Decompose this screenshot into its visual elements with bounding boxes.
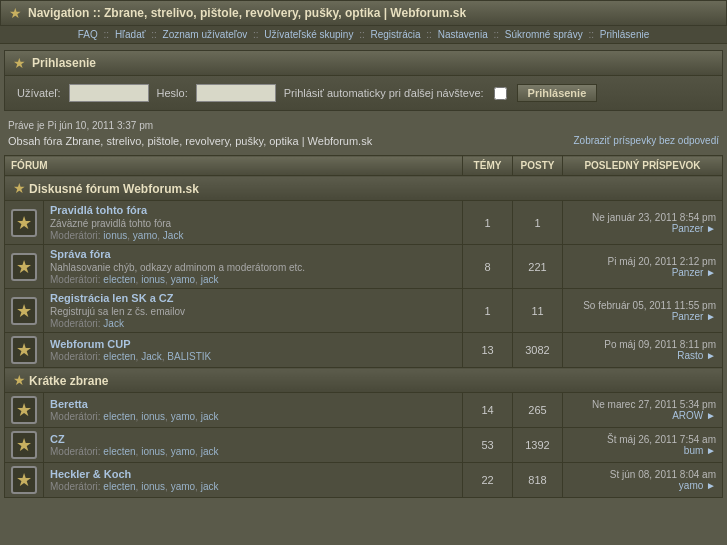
- mod-link[interactable]: electen: [103, 481, 135, 492]
- mod-link[interactable]: ionus: [141, 481, 165, 492]
- last-post-user-link[interactable]: bum: [684, 445, 703, 456]
- forum-posts-count: 1392: [513, 428, 563, 463]
- last-post-arrow-icon: ►: [706, 410, 716, 421]
- forum-name: Pravidlá tohto fóra: [50, 204, 456, 216]
- last-post-user-link[interactable]: Rasto: [677, 350, 703, 361]
- forum-desc: Registrujú sa len z čs. emailov: [50, 306, 456, 317]
- mod-link[interactable]: electen: [103, 351, 135, 362]
- forum-desc-text: Obsah fóra Zbrane, strelivo, pištole, re…: [8, 135, 372, 147]
- login-title: Prihlasenie: [32, 56, 96, 70]
- mod-link[interactable]: yamo: [171, 446, 195, 457]
- forum-link[interactable]: Správa fóra: [50, 248, 111, 260]
- table-row: ★ Správa fóra Nahlasovanie chýb, odkazy …: [5, 245, 723, 289]
- mod-link[interactable]: jack: [201, 411, 219, 422]
- forum-topics-count: 14: [463, 393, 513, 428]
- no-reply-anchor[interactable]: Zobraziť príspevky bez odpovedí: [574, 135, 720, 146]
- last-post-user-link[interactable]: yamo: [679, 480, 703, 491]
- forum-mods: Moderátori: electen, ionus, yamo, jack: [50, 274, 456, 285]
- forum-last-post: St jún 08, 2011 8:04 am yamo ►: [563, 463, 723, 498]
- forum-mods: Moderátori: electen, ionus, yamo, jack: [50, 411, 456, 422]
- mod-link[interactable]: yamo: [171, 411, 195, 422]
- forum-link[interactable]: CZ: [50, 433, 65, 445]
- mod-link[interactable]: Jack: [141, 351, 162, 362]
- table-row: ★ Pravidlá tohto fóra Záväzné pravidlá t…: [5, 201, 723, 245]
- mod-link[interactable]: electen: [103, 446, 135, 457]
- forum-posts-count: 265: [513, 393, 563, 428]
- table-row: ★ Webforum CUP Moderátori: electen, Jack…: [5, 333, 723, 368]
- forum-star-icon: ★: [11, 336, 37, 364]
- forum-star-icon: ★: [11, 253, 37, 281]
- login-form: Užívateľ: Heslo: Prihlásiť automaticky p…: [5, 76, 722, 110]
- forum-topics-count: 8: [463, 245, 513, 289]
- last-post-arrow-icon: ►: [706, 480, 716, 491]
- forum-mods: Moderátori: Jack: [50, 318, 456, 329]
- username-input[interactable]: [69, 84, 149, 102]
- col-forum: Fórum: [5, 156, 463, 176]
- mod-link[interactable]: jack: [201, 446, 219, 457]
- search-link[interactable]: Hľadať: [115, 29, 146, 40]
- last-post-user-link[interactable]: AROW: [672, 410, 703, 421]
- forum-posts-count: 3082: [513, 333, 563, 368]
- password-label: Heslo:: [157, 87, 188, 99]
- login-button[interactable]: Prihlásenie: [517, 84, 598, 102]
- last-post-arrow-icon: ►: [706, 223, 716, 234]
- table-row: ★ Registrácia len SK a CZ Registrujú sa …: [5, 289, 723, 333]
- forum-link[interactable]: Heckler & Koch: [50, 468, 131, 480]
- forum-link[interactable]: Webforum CUP: [50, 338, 130, 350]
- last-post-user-link[interactable]: Panzer: [672, 267, 704, 278]
- forum-posts-count: 818: [513, 463, 563, 498]
- mod-link[interactable]: yamo: [171, 274, 195, 285]
- links-bar: FAQ :: Hľadať :: Zoznam užívateľov :: Už…: [0, 26, 727, 44]
- userlist-link[interactable]: Zoznam užívateľov: [163, 29, 248, 40]
- forum-link[interactable]: Pravidlá tohto fóra: [50, 204, 147, 216]
- password-input[interactable]: [196, 84, 276, 102]
- forum-icon-cell: ★: [5, 393, 44, 428]
- mod-link[interactable]: jack: [201, 274, 219, 285]
- mod-link[interactable]: Jack: [103, 318, 124, 329]
- nav-star-icon: ★: [9, 5, 22, 21]
- forum-icon-cell: ★: [5, 463, 44, 498]
- forum-mods: Moderátori: ionus, yamo, Jack: [50, 230, 456, 241]
- forum-name: Správa fóra: [50, 248, 456, 260]
- cat-star-icon: ★: [13, 180, 26, 196]
- groups-link[interactable]: Užívateľské skupiny: [264, 29, 353, 40]
- username-label: Užívateľ:: [17, 87, 61, 99]
- mod-link[interactable]: yamo: [133, 230, 157, 241]
- category-row: ★ Diskusné fórum Webforum.sk: [5, 176, 723, 201]
- forum-desc-bar: Zobraziť príspevky bez odpovedí Obsah fó…: [0, 134, 727, 151]
- forum-icon-cell: ★: [5, 333, 44, 368]
- forum-icon-cell: ★: [5, 201, 44, 245]
- mod-link[interactable]: Jack: [163, 230, 184, 241]
- forum-link[interactable]: Registrácia len SK a CZ: [50, 292, 174, 304]
- mod-link[interactable]: ionus: [141, 446, 165, 457]
- forum-last-post: Št máj 26, 2011 7:54 am bum ►: [563, 428, 723, 463]
- mod-link[interactable]: ionus: [141, 411, 165, 422]
- auto-login-checkbox[interactable]: [494, 87, 507, 100]
- register-link[interactable]: Registrácia: [371, 29, 421, 40]
- forum-topics-count: 1: [463, 201, 513, 245]
- mod-link[interactable]: ionus: [141, 274, 165, 285]
- mod-link[interactable]: ionus: [103, 230, 127, 241]
- login-link[interactable]: Prihlásenie: [600, 29, 649, 40]
- faq-link[interactable]: FAQ: [78, 29, 98, 40]
- mod-link[interactable]: jack: [201, 481, 219, 492]
- mod-link[interactable]: yamo: [171, 481, 195, 492]
- mod-link[interactable]: electen: [103, 274, 135, 285]
- mod-link[interactable]: electen: [103, 411, 135, 422]
- forum-info-cell: Správa fóra Nahlasovanie chýb, odkazy ad…: [44, 245, 463, 289]
- forum-star-icon: ★: [11, 431, 37, 459]
- pm-link[interactable]: Súkromné správy: [505, 29, 583, 40]
- forum-info-cell: Beretta Moderátori: electen, ionus, yamo…: [44, 393, 463, 428]
- forum-link[interactable]: Beretta: [50, 398, 88, 410]
- forum-posts-count: 1: [513, 201, 563, 245]
- mod-link[interactable]: BALISTIK: [167, 351, 211, 362]
- forum-star-icon: ★: [11, 297, 37, 325]
- last-post-user-link[interactable]: Panzer: [672, 311, 704, 322]
- col-topics: Témy: [463, 156, 513, 176]
- show-no-reply-link[interactable]: Zobraziť príspevky bez odpovedí: [574, 135, 720, 146]
- last-post-user-link[interactable]: Panzer: [672, 223, 704, 234]
- forum-info-cell: Pravidlá tohto fóra Záväzné pravidlá toh…: [44, 201, 463, 245]
- category-row: ★ Krátke zbrane: [5, 368, 723, 393]
- table-row: ★ CZ Moderátori: electen, ionus, yamo, j…: [5, 428, 723, 463]
- settings-link[interactable]: Nastavenia: [438, 29, 488, 40]
